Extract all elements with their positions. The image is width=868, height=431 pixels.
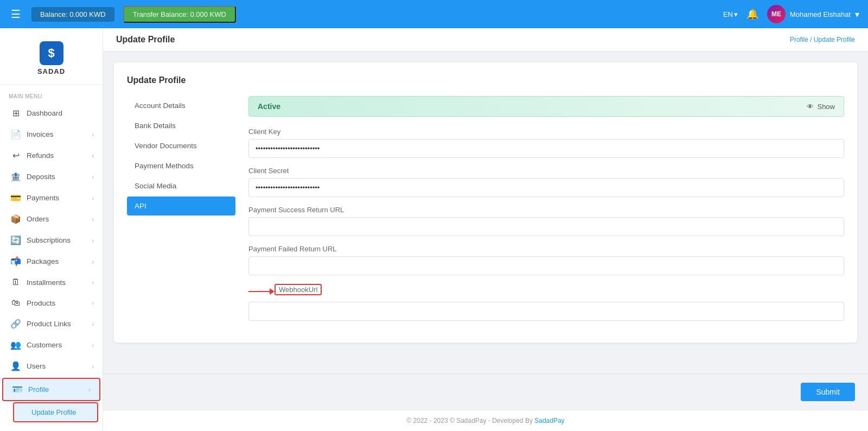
sidebar-item-label: Refunds xyxy=(27,151,54,160)
page-header: Update Profile Profile / Update Profile xyxy=(103,28,868,52)
sub-menu-label: Update Profile xyxy=(31,408,76,416)
client-key-label: Client Key xyxy=(248,128,844,136)
sidebar-item-customers[interactable]: 👥 Customers › xyxy=(0,334,103,356)
subscriptions-icon: 🔄 xyxy=(10,235,21,245)
sidebar-item-deposits[interactable]: 🏦 Deposits › xyxy=(0,166,103,187)
nav-account-details[interactable]: Account Details xyxy=(127,96,235,115)
sidebar-item-label: Profile xyxy=(28,385,49,394)
breadcrumb-root[interactable]: Profile xyxy=(790,36,808,43)
packages-icon: 📬 xyxy=(10,256,21,267)
payments-icon: 💳 xyxy=(10,193,21,203)
chevron-right-icon: › xyxy=(92,300,94,306)
invoices-icon: 📄 xyxy=(10,129,21,140)
sidebar-item-installments[interactable]: 🗓 Installments › xyxy=(0,272,103,293)
webhook-input[interactable] xyxy=(248,302,844,321)
sidebar-item-label: Payments xyxy=(27,194,59,202)
breadcrumb-separator: / xyxy=(810,36,814,43)
balance-badge: Balance: 0.000 KWD xyxy=(31,7,114,22)
products-icon: 🛍 xyxy=(10,298,21,308)
header-right: EN ▾ 🔔 ME Mohamed Elshahat ▾ xyxy=(723,5,859,23)
success-url-label: Payment Success Return URL xyxy=(248,206,844,214)
sidebar-item-dashboard[interactable]: ⊞ Dashboard xyxy=(0,103,103,124)
client-secret-group: Client Secret xyxy=(248,167,844,197)
webhook-group: WebhookUrl xyxy=(248,284,844,321)
footer-link[interactable]: SadadPay xyxy=(534,417,564,424)
transfer-button[interactable]: Transfer Balance: 0.000 KWD xyxy=(123,6,236,23)
sidebar-item-users[interactable]: 👤 Users › xyxy=(0,356,103,377)
sidebar-item-label: Product Links xyxy=(27,320,71,328)
sidebar-item-label: Customers xyxy=(27,341,62,349)
client-key-input[interactable] xyxy=(248,139,844,158)
sidebar-item-payments[interactable]: 💳 Payments › xyxy=(0,187,103,208)
webhook-label: WebhookUrl xyxy=(275,284,322,295)
show-button[interactable]: 👁 Show xyxy=(807,103,835,111)
sidebar-item-orders[interactable]: 📦 Orders › xyxy=(0,208,103,230)
sidebar-item-label: Users xyxy=(27,362,46,370)
sidebar-item-label: Packages xyxy=(27,257,59,265)
sidebar-item-profile[interactable]: 🪪 Profile › xyxy=(2,378,100,401)
user-menu[interactable]: ME Mohamed Elshahat ▾ xyxy=(767,5,859,23)
notification-bell-icon[interactable]: 🔔 xyxy=(746,8,758,20)
sidebar-subitem-update-profile[interactable]: Update Profile xyxy=(13,402,98,422)
sidebar-item-refunds[interactable]: ↩ Refunds › xyxy=(0,145,103,166)
submit-footer: Submit xyxy=(103,373,868,410)
card-title: Update Profile xyxy=(127,75,844,85)
arrow-indicator xyxy=(248,291,270,292)
sidebar-item-label: Products xyxy=(27,299,55,307)
deposits-icon: 🏦 xyxy=(10,172,21,182)
chevron-right-icon: › xyxy=(92,321,94,327)
sidebar-item-label: Deposits xyxy=(27,173,55,181)
profile-card: Update Profile Account Details Bank Deta… xyxy=(114,62,857,343)
sidebar-item-products[interactable]: 🛍 Products › xyxy=(0,293,103,313)
sidebar-item-label: Dashboard xyxy=(27,109,62,117)
sidebar-item-label: Orders xyxy=(27,215,49,223)
success-url-input[interactable] xyxy=(248,217,844,236)
sidebar-item-packages[interactable]: 📬 Packages › xyxy=(0,251,103,272)
eye-icon: 👁 xyxy=(807,103,814,111)
page-title: Update Profile xyxy=(116,35,175,45)
nav-social-media[interactable]: Social Media xyxy=(127,176,235,195)
nav-bank-details[interactable]: Bank Details xyxy=(127,116,235,135)
chevron-right-icon: › xyxy=(92,195,94,201)
chevron-down-icon: ▾ xyxy=(734,10,738,18)
sidebar-item-product-links[interactable]: 🔗 Product Links › xyxy=(0,313,103,334)
breadcrumb: Profile / Update Profile xyxy=(790,36,855,43)
chevron-down-icon: ▾ xyxy=(855,9,859,20)
sidebar: $ SADAD MAIN MENU ⊞ Dashboard 📄 Invoices… xyxy=(0,28,103,431)
nav-payment-methods[interactable]: Payment Methods xyxy=(127,156,235,175)
chevron-right-icon: › xyxy=(92,258,94,265)
logo-text: SADAD xyxy=(37,67,65,75)
content-area: Update Profile Account Details Bank Deta… xyxy=(103,52,868,373)
chevron-right-icon: › xyxy=(92,342,94,348)
nav-api[interactable]: API xyxy=(127,197,235,216)
hamburger-button[interactable]: ☰ xyxy=(9,5,23,23)
users-icon: 👤 xyxy=(10,361,21,371)
sidebar-item-invoices[interactable]: 📄 Invoices › xyxy=(0,124,103,145)
sidebar-item-label: Invoices xyxy=(27,130,54,138)
installments-icon: 🗓 xyxy=(10,277,21,287)
chevron-right-icon: › xyxy=(92,216,94,223)
submit-button[interactable]: Submit xyxy=(801,383,855,401)
failed-url-input[interactable] xyxy=(248,256,844,275)
client-secret-input[interactable] xyxy=(248,178,844,197)
status-badge: Active xyxy=(258,102,280,111)
client-secret-label: Client Secret xyxy=(248,167,844,175)
language-button[interactable]: EN ▾ xyxy=(723,10,738,18)
chevron-right-icon: › xyxy=(92,131,94,138)
chevron-down-icon: › xyxy=(88,386,91,393)
avatar: ME xyxy=(767,5,786,23)
user-name: Mohamed Elshahat xyxy=(790,10,851,18)
failed-url-label: Payment Failed Return URL xyxy=(248,245,844,253)
nav-vendor-documents[interactable]: Vendor Documents xyxy=(127,136,235,155)
sidebar-item-label: Subscriptions xyxy=(27,236,71,244)
main-content: Update Profile Profile / Update Profile … xyxy=(103,28,868,431)
sidebar-item-subscriptions[interactable]: 🔄 Subscriptions › xyxy=(0,230,103,251)
chevron-right-icon: › xyxy=(92,153,94,159)
dashboard-icon: ⊞ xyxy=(10,108,21,118)
page-footer: © 2022 - 2023 © SadadPay - Developed By … xyxy=(103,410,868,431)
client-key-group: Client Key xyxy=(248,128,844,158)
chevron-right-icon: › xyxy=(92,363,94,370)
logo-icon: $ xyxy=(40,41,63,65)
chevron-right-icon: › xyxy=(92,174,94,180)
breadcrumb-current: Update Profile xyxy=(814,36,855,43)
